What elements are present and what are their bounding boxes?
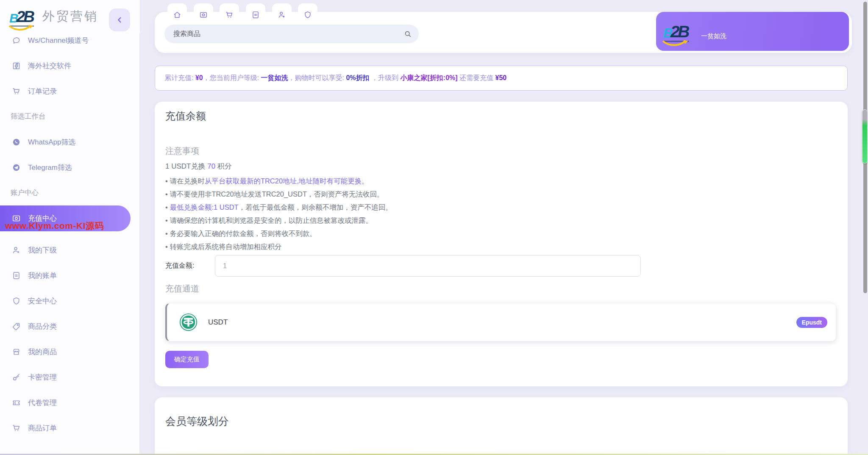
note-text: 请确保您的计算机和浏览器是安全的，以防止信息被篡改或泄露。 [170, 216, 373, 224]
shield-icon [303, 11, 312, 19]
bill-icon [12, 271, 21, 280]
sidebar-item-label: 商品分类 [28, 322, 57, 331]
logo-swoosh-icon [662, 40, 690, 46]
level-notice-bar: 累计充值: ¥0，您当前用户等级: 一贫如洗，购物时可以享受: 0%折扣 ，升级… [155, 66, 848, 91]
sidebar-item-my-products[interactable]: 我的商品 [0, 339, 140, 364]
sidebar-item-label: 海外社交软件 [28, 61, 71, 71]
sidebar-item-my-subordinates[interactable]: 我的下级 [0, 237, 140, 263]
ticket-icon [12, 398, 21, 407]
sidebar-item-telegram-filter[interactable]: Telegram筛选 [0, 155, 140, 180]
user-star-icon [12, 246, 21, 255]
key-icon [12, 373, 21, 382]
user-badge[interactable]: B2B 一贫如洗 [656, 12, 849, 51]
sidebar-item-security-center[interactable]: 安全中心 [0, 288, 140, 314]
search-icon[interactable] [403, 30, 412, 38]
brand-title: 外贸营销 [42, 8, 98, 25]
notes-list: 请在兑换时从平台获取最新的TRC20地址,地址随时有可能更换。 请不要使用非TR… [165, 175, 392, 253]
note-item: 请确保您的计算机和浏览器是安全的，以防止信息被篡改或泄露。 [165, 214, 392, 227]
user-star-icon [278, 11, 286, 19]
note-text: 请在兑换时 [170, 177, 205, 185]
nav-tab-security[interactable] [298, 3, 317, 27]
nav-tab-recharge[interactable] [194, 3, 213, 27]
notice-text: ，购物时可以享受: [288, 74, 346, 81]
notice-text: ，升级到 [370, 74, 401, 81]
sidebar-item-whatsapp-filter[interactable]: WhatsApp筛选 [0, 129, 140, 155]
sidebar-item-overseas-social[interactable]: 海外社交软件 [0, 53, 140, 78]
notice-next-level: 小康之家[折扣:0%] [400, 74, 457, 81]
note-item: 请在兑换时从平台获取最新的TRC20地址,地址随时有可能更换。 [165, 175, 392, 188]
note-text: 请不要使用非TRC20地址发送TRC20_USDT，否则资产将无法收回。 [170, 190, 384, 198]
sidebar-item-label: Telegram筛选 [28, 163, 72, 172]
whatsapp-icon [12, 138, 21, 147]
amount-input[interactable] [215, 255, 641, 277]
b2b-logo: B2B [9, 9, 36, 25]
notice-current-level: 一贫如洗 [261, 74, 288, 81]
store-icon [12, 347, 21, 356]
note-item: 最低兑换金额:1 USDT，若低于最低金额，则余额不增加，资产不追回。 [165, 201, 392, 214]
sidebar-section-filter-workbench: 筛选工作台 [0, 104, 140, 129]
sidebar-item-label: 代卷管理 [28, 398, 57, 408]
chat-bubble-icon [12, 36, 21, 45]
exchange-pre: 1 USDT兑换 [165, 162, 207, 170]
notice-text: 还需要充值 [458, 74, 495, 81]
exchange-value: 70 [207, 162, 215, 170]
logo-swoosh-icon [8, 25, 35, 31]
user-level-label: 一贫如洗 [701, 32, 726, 40]
search-input[interactable] [164, 30, 403, 38]
sidebar-item-product-orders[interactable]: 商品订单 [0, 415, 140, 441]
note-highlight: 最低兑换金额:1 USDT [170, 203, 238, 211]
note-text: 转账完成后系统将自动增加相应积分 [170, 243, 281, 250]
shield-icon [12, 297, 21, 305]
bill-icon [251, 11, 260, 19]
channel-badge: Epusdt [796, 317, 827, 328]
page: B2B 外贸营销 Ws/Channel频道号 海外社交软件 订单记录 筛选工作台 [0, 0, 868, 455]
note-item: 转账完成后系统将自动增加相应积分 [165, 240, 392, 253]
nav-tab-home[interactable] [167, 3, 187, 27]
page-scrollbar-thumb[interactable] [862, 109, 868, 164]
note-text: 务必要输入正确的付款金额，否则将收不到款。 [170, 230, 317, 237]
sidebar-item-label: 安全中心 [28, 296, 57, 306]
note-item: 请不要使用非TRC20地址发送TRC20_USDT，否则资产将无法收回。 [165, 188, 392, 201]
membership-title: 会员等级划分 [165, 414, 229, 428]
sidebar-collapse-button[interactable] [109, 8, 130, 31]
note-text: ，若低于最低金额，则余额不增加，资产不追回。 [239, 203, 392, 211]
exchange-post: 积分 [215, 162, 232, 170]
chevron-left-icon [115, 15, 124, 25]
sidebar-item-order-history[interactable]: 订单记录 [0, 78, 140, 104]
notice-discount: 0%折扣 [346, 74, 369, 81]
b2b-logo: B2B [663, 23, 690, 40]
notice-needed-amount: ¥50 [495, 74, 506, 81]
sidebar: B2B 外贸营销 Ws/Channel频道号 海外社交软件 订单记录 筛选工作台 [0, 0, 140, 455]
sidebar-item-label: 我的账单 [28, 271, 57, 280]
sidebar-item-ws-channel[interactable]: Ws/Channel频道号 [0, 33, 140, 53]
sidebar-item-product-categories[interactable]: 商品分类 [0, 314, 140, 339]
nav-tab-team[interactable] [272, 3, 292, 27]
tether-icon [179, 313, 198, 332]
cart-icon [225, 11, 234, 19]
nav-tab-cart[interactable] [220, 3, 239, 27]
confirm-recharge-button[interactable]: 确定充值 [165, 351, 209, 368]
amount-label: 充值金额: [165, 261, 215, 270]
watermark: www.Klym.com-KI源码 [5, 220, 104, 232]
cart-icon [12, 424, 21, 433]
sidebar-item-my-bills[interactable]: 我的账单 [0, 263, 140, 288]
sidebar-nav: Ws/Channel频道号 海外社交软件 订单记录 筛选工作台 WhatsApp… [0, 33, 140, 455]
exchange-rate-line: 1 USDT兑换 70 积分 [165, 161, 232, 171]
notice-text: 累计充值: [164, 74, 195, 81]
panel-title: 充值余额 [165, 109, 206, 123]
sidebar-section-account-center: 账户中心 [0, 180, 140, 205]
sidebar-item-voucher-management[interactable]: 代卷管理 [0, 390, 140, 415]
note-item: 务必要输入正确的付款金额，否则将收不到款。 [165, 227, 392, 240]
channel-title: 充值通道 [165, 283, 199, 294]
sidebar-item-label: WhatsApp筛选 [28, 137, 75, 147]
sidebar-item-label: 我的下级 [28, 245, 57, 255]
channel-name: USDT [208, 318, 228, 327]
header: B2B 一贫如洗 [155, 12, 852, 53]
nav-tab-bills[interactable] [246, 3, 265, 27]
sidebar-item-label: 订单记录 [28, 86, 57, 96]
home-icon [173, 11, 181, 19]
sidebar-item-card-key-management[interactable]: 卡密管理 [0, 364, 140, 390]
amount-row: 充值金额: [165, 255, 641, 277]
channel-option-usdt[interactable]: USDT Epusdt [165, 303, 836, 341]
telegram-icon [12, 163, 21, 172]
